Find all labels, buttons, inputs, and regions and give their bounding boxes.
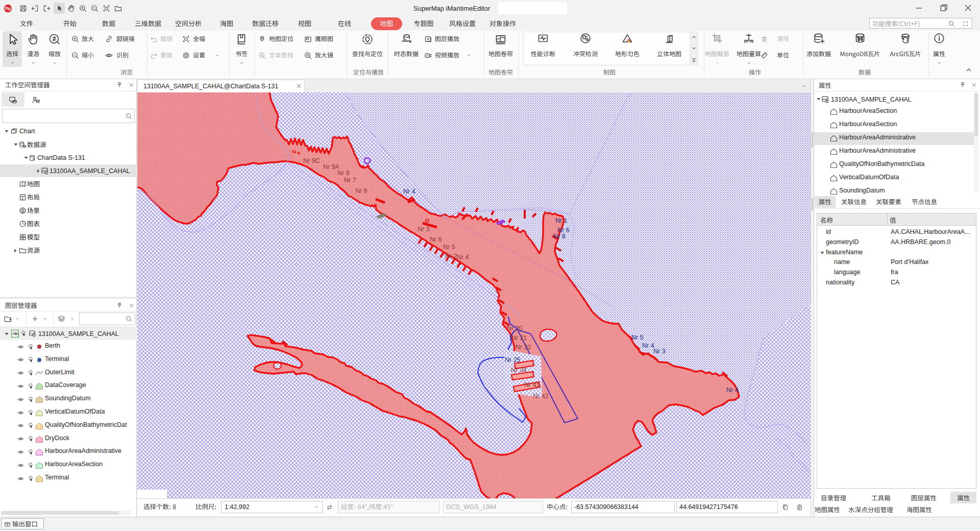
svg-text:Nr 9: Nr 9: [337, 170, 350, 177]
svg-text:Nr 2: Nr 2: [445, 253, 457, 260]
svg-text:Nr 6: Nr 6: [430, 236, 442, 243]
svg-text:Nr 1: Nr 1: [555, 217, 568, 224]
svg-text:Nr 3: Nr 3: [653, 348, 666, 355]
svg-text:Nr 6: Nr 6: [355, 187, 368, 195]
svg-text:Nr 4: Nr 4: [457, 254, 469, 261]
svg-text:Nr 20: Nr 20: [507, 325, 523, 332]
svg-text:Nr 22: Nr 22: [516, 344, 531, 351]
svg-text:Nr 5: Nr 5: [631, 334, 644, 341]
svg-text:Nr 34: Nr 34: [511, 367, 527, 374]
svg-text:Nr 5: Nr 5: [443, 244, 455, 251]
svg-text:Nr 3: Nr 3: [418, 226, 430, 233]
svg-text:Nr 9C: Nr 9C: [303, 157, 320, 164]
svg-text:Nr 21: Nr 21: [511, 334, 527, 342]
svg-text:Nr 4: Nr 4: [642, 342, 654, 349]
svg-text:Nr 42: Nr 42: [533, 393, 549, 400]
svg-text:Nr 8: Nr 8: [553, 233, 566, 240]
svg-text:Nr 25: Nr 25: [505, 356, 521, 364]
svg-text:Nr 7: Nr 7: [344, 177, 356, 184]
svg-text:Nr 4: Nr 4: [726, 387, 739, 394]
svg-text:Nr 41: Nr 41: [524, 381, 540, 389]
svg-text:Nr 4: Nr 4: [403, 188, 415, 195]
